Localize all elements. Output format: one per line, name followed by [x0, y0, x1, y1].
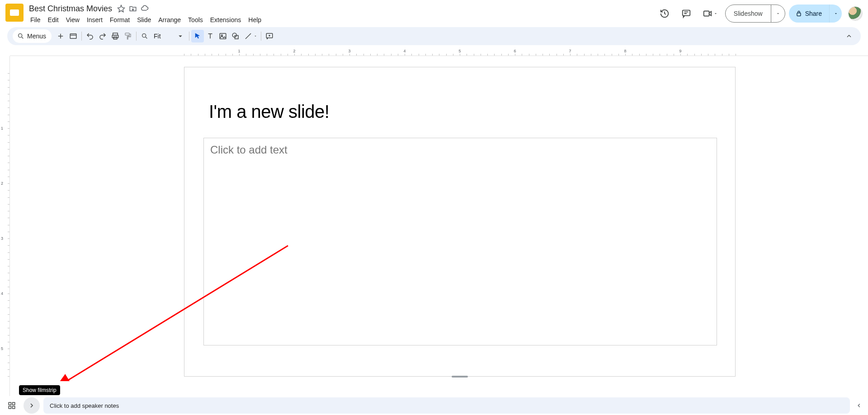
svg-rect-17: [9, 402, 11, 405]
menu-slide[interactable]: Slide: [134, 14, 154, 25]
redo-button[interactable]: [96, 30, 109, 42]
document-title[interactable]: Best Christmas Movies: [27, 4, 114, 14]
ruler-h-label: 3: [348, 49, 350, 53]
comments-icon[interactable]: [677, 5, 695, 23]
speaker-notes-input[interactable]: Click to add speaker notes: [43, 397, 850, 414]
header-right: Slideshow Share: [656, 4, 863, 23]
slide-body-placeholder-box[interactable]: Click to add text: [203, 138, 717, 345]
ruler-h-label: 5: [458, 49, 461, 53]
slideshow-button-group: Slideshow: [725, 5, 785, 23]
svg-rect-2: [797, 13, 801, 16]
menubar: File Edit View Insert Format Slide Arran…: [27, 14, 264, 25]
show-filmstrip-button[interactable]: [24, 397, 40, 414]
share-button[interactable]: Share: [789, 5, 829, 23]
ruler-v-label: 2: [1, 181, 3, 186]
menu-format[interactable]: Format: [107, 14, 133, 25]
grid-view-button[interactable]: [4, 397, 20, 414]
ruler-h-label: 1: [238, 49, 240, 53]
svg-rect-8: [125, 33, 129, 35]
horizontal-ruler[interactable]: 123456789: [10, 49, 868, 56]
canvas-viewport[interactable]: I'm a new slide! Click to add text: [10, 56, 868, 396]
slides-app-icon[interactable]: [5, 4, 24, 22]
ruler-h-label: 4: [403, 49, 406, 53]
cloud-status-icon[interactable]: [140, 4, 149, 13]
line-tool-dropdown[interactable]: [252, 30, 259, 42]
shape-tool[interactable]: [229, 30, 242, 42]
move-icon[interactable]: [128, 4, 137, 13]
menu-edit[interactable]: Edit: [45, 14, 62, 25]
comment-button[interactable]: [263, 30, 276, 42]
share-label: Share: [805, 10, 822, 17]
menu-file[interactable]: File: [27, 14, 44, 25]
paint-format-button[interactable]: [122, 30, 134, 42]
ruler-v-label: 4: [1, 291, 3, 296]
svg-point-3: [19, 34, 22, 37]
ruler-h-label: 6: [514, 49, 516, 53]
hide-side-panel-button[interactable]: [854, 397, 864, 414]
meet-button[interactable]: [699, 5, 722, 23]
slide-resize-handle[interactable]: [452, 376, 468, 378]
print-button[interactable]: [109, 30, 122, 42]
ruler-h-label: 2: [293, 49, 295, 53]
image-tool[interactable]: [217, 30, 229, 42]
toolbar: Menus Fit: [7, 27, 861, 45]
ruler-h-label: 8: [624, 49, 626, 53]
menu-view[interactable]: View: [63, 14, 83, 25]
slide-body-placeholder-text: Click to add text: [204, 138, 717, 162]
zoom-select[interactable]: Fit: [151, 30, 187, 42]
svg-rect-1: [704, 11, 709, 16]
menu-arrange[interactable]: Arrange: [155, 14, 184, 25]
zoom-tool[interactable]: [138, 30, 151, 42]
star-icon[interactable]: [117, 4, 126, 13]
ruler-v-label: 1: [1, 126, 3, 131]
bottom-bar: Click to add speaker notes: [0, 396, 868, 415]
ruler-v-label: 5: [1, 346, 3, 351]
slide[interactable]: I'm a new slide! Click to add text: [184, 67, 736, 377]
slideshow-dropdown[interactable]: [771, 5, 785, 22]
menu-extensions[interactable]: Extensions: [207, 14, 244, 25]
vertical-ruler[interactable]: 12345: [0, 56, 10, 396]
share-button-group: Share: [789, 5, 842, 23]
history-icon[interactable]: [656, 5, 674, 23]
share-dropdown[interactable]: [829, 5, 842, 23]
svg-rect-0: [683, 10, 690, 16]
menu-help[interactable]: Help: [245, 14, 264, 25]
slideshow-button[interactable]: Slideshow: [726, 5, 771, 22]
svg-rect-10: [220, 33, 226, 39]
canvas-area: 123456789 12345 I'm a new slide! Click t…: [0, 49, 868, 396]
svg-rect-18: [13, 402, 15, 405]
account-avatar[interactable]: [848, 6, 863, 21]
show-filmstrip-tooltip: Show filmstrip: [19, 385, 60, 395]
new-slide-button[interactable]: [54, 30, 67, 42]
new-slide-layout-dropdown[interactable]: [67, 30, 80, 42]
svg-rect-19: [9, 406, 11, 409]
workspace: 123456789 12345 I'm a new slide! Click t…: [0, 49, 868, 396]
title-area: Best Christmas Movies File Edit View Ins…: [27, 4, 264, 25]
search-menus-label: Menus: [27, 33, 46, 40]
text-box-tool[interactable]: [204, 30, 217, 42]
menu-tools[interactable]: Tools: [185, 14, 206, 25]
search-menus[interactable]: Menus: [13, 29, 52, 43]
undo-button[interactable]: [84, 30, 96, 42]
ruler-h-label: 9: [679, 49, 681, 53]
slide-title-text[interactable]: I'm a new slide!: [209, 102, 329, 122]
ruler-v-label: 3: [1, 236, 3, 241]
ruler-h-label: 7: [569, 49, 571, 53]
svg-point-9: [142, 34, 146, 37]
collapse-toolbar-button[interactable]: [843, 30, 855, 42]
select-tool[interactable]: [191, 30, 204, 42]
header: Best Christmas Movies File Edit View Ins…: [0, 0, 868, 27]
menu-insert[interactable]: Insert: [84, 14, 106, 25]
svg-rect-4: [70, 34, 76, 39]
zoom-value: Fit: [154, 33, 165, 40]
svg-rect-20: [13, 406, 15, 409]
